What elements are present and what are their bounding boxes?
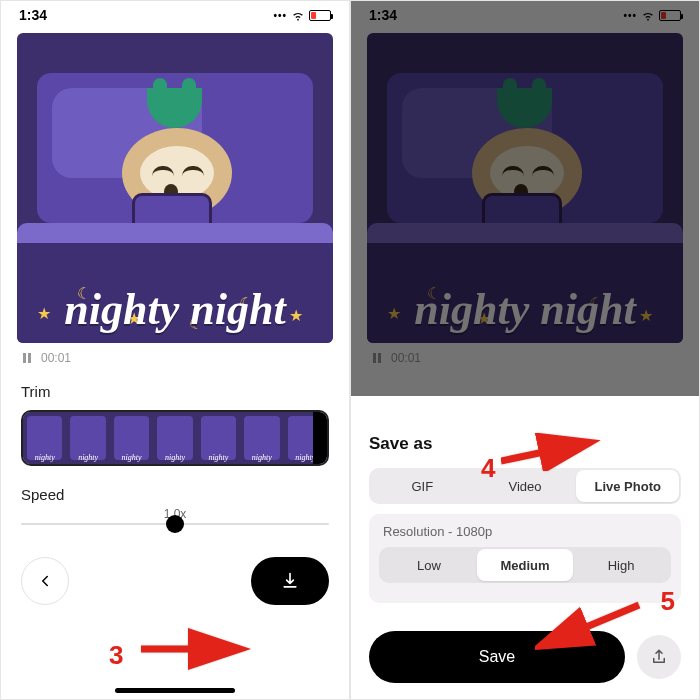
share-button[interactable] (637, 635, 681, 679)
resolution-label: Resolution - 1080p (379, 524, 671, 539)
format-segmented-control: GIF Video Live Photo (369, 468, 681, 504)
trim-strip[interactable]: nighty nighty nighty nighty nighty night… (21, 410, 329, 466)
status-icons: ••• (273, 10, 331, 21)
player-bar: 00:01 (351, 343, 699, 373)
save-sheet: Save as GIF Video Live Photo Resolution … (351, 414, 699, 699)
resolution-block: Resolution - 1080p Low Medium High (369, 514, 681, 603)
status-bar: 1:34 ••• (1, 1, 349, 29)
save-title: Save as (369, 434, 681, 454)
player-timestamp: 00:01 (391, 351, 421, 365)
format-live-photo[interactable]: Live Photo (576, 470, 679, 502)
trim-section: Trim nighty nighty nighty nighty nighty … (1, 373, 349, 472)
speed-label: Speed (21, 486, 329, 503)
wifi-icon (641, 10, 655, 20)
media-preview: ★ ☾ ★ ☾ ★ ☾ nighty night (17, 33, 333, 343)
wifi-icon (291, 10, 305, 20)
download-button[interactable] (251, 557, 329, 605)
annotation-arrow-3 (141, 627, 251, 671)
media-caption: nighty night (17, 291, 333, 328)
battery-icon (309, 10, 331, 21)
status-icons: ••• (623, 10, 681, 21)
quality-high[interactable]: High (573, 549, 669, 581)
annotation-number-3: 3 (109, 640, 123, 670)
speed-slider[interactable] (21, 523, 329, 525)
cellular-icon: ••• (623, 10, 637, 21)
sloth-illustration: ★ ☾ ★ ☾ ★ ☾ nighty night (17, 33, 333, 343)
sloth-illustration: ★ ☾ ★ ☾ ★ nighty night (367, 33, 683, 343)
phone-left: 1:34 ••• ★ ☾ ★ ☾ ★ ☾ nighty nigh (0, 0, 350, 700)
player-bar: 00:01 (1, 343, 349, 373)
quality-segmented-control: Low Medium High (379, 547, 671, 583)
home-indicator (115, 688, 235, 693)
trim-label: Trim (21, 383, 329, 400)
action-row (1, 535, 349, 627)
share-icon (650, 648, 668, 666)
quality-low[interactable]: Low (381, 549, 477, 581)
cellular-icon: ••• (273, 10, 287, 21)
save-button[interactable]: Save (369, 631, 625, 683)
annotation-step3: 3 (109, 640, 123, 671)
arrow-left-icon (36, 572, 54, 590)
status-time: 1:34 (369, 7, 397, 23)
speed-section: Speed 1.0x (1, 472, 349, 535)
media-preview: ★ ☾ ★ ☾ ★ nighty night (367, 33, 683, 343)
format-video[interactable]: Video (474, 470, 577, 502)
pause-icon[interactable] (373, 353, 383, 363)
phone-right: 1:34 ••• ★ ☾ ★ ☾ ★ nighty night (350, 0, 700, 700)
format-gif[interactable]: GIF (371, 470, 474, 502)
download-icon (280, 571, 300, 591)
trim-handle-right[interactable] (313, 412, 327, 464)
status-time: 1:34 (19, 7, 47, 23)
status-bar: 1:34 ••• (351, 1, 699, 29)
speed-knob[interactable] (166, 515, 184, 533)
battery-icon (659, 10, 681, 21)
quality-medium[interactable]: Medium (477, 549, 573, 581)
save-row: Save (369, 631, 681, 683)
player-timestamp: 00:01 (41, 351, 71, 365)
back-button[interactable] (21, 557, 69, 605)
media-caption: nighty night (367, 291, 683, 328)
pause-icon[interactable] (23, 353, 33, 363)
